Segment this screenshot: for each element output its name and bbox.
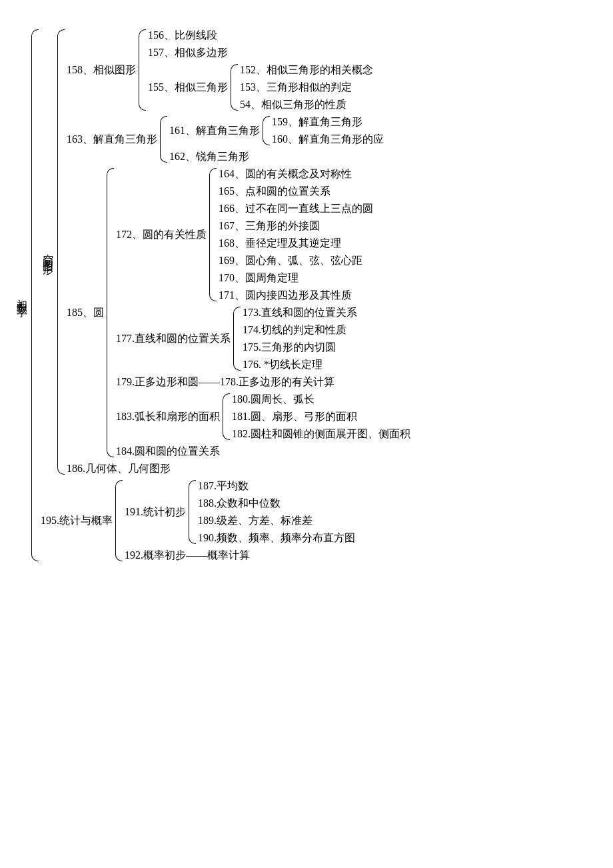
leaf-188: 188.众数和中位数 — [197, 495, 356, 512]
children-163: 161、解直角三角形 159、解直角三角形 160、解直角三角形的应 162、锐… — [160, 113, 385, 165]
children-161: 159、解直角三角形 160、解直角三角形的应 — [263, 113, 385, 148]
node-158: 158、相似图形 156、比例线段 157、相似多边形 155、相似三角形 15… — [65, 27, 412, 113]
leaf-192: 192.概率初步——概率计算 — [123, 547, 356, 564]
leaf-182: 182.圆柱和圆锥的侧面展开图、侧面积 — [231, 425, 412, 443]
space-children: 158、相似图形 156、比例线段 157、相似多边形 155、相似三角形 15… — [57, 27, 412, 477]
leaf-153: 153、三角形相似的判定 — [239, 79, 374, 96]
label-172: 172、圆的有关性质 — [115, 228, 208, 242]
label-195: 195.统计与概率 — [39, 514, 114, 528]
node-195: 195.统计与概率 191.统计初步 187.平均数 188.众数和中位数 18… — [39, 477, 412, 564]
leaf-175: 175.三角形的内切圆 — [241, 339, 358, 356]
leaf-164: 164、圆的有关概念及对称性 — [217, 165, 374, 183]
label-161: 161、解直角三角形 — [168, 124, 261, 138]
children-172: 164、圆的有关概念及对称性 165、点和圆的位置关系 166、过不在同一直线上… — [209, 165, 374, 304]
node-161: 161、解直角三角形 159、解直角三角形 160、解直角三角形的应 — [168, 113, 385, 148]
children-183: 180.圆周长、弧长 181.圆、扇形、弓形的面积 182.圆柱和圆锥的侧面展开… — [223, 391, 412, 443]
children-155: 152、相似三角形的相关概念 153、三角形相似的判定 54、相似三角形的性质 — [231, 61, 374, 113]
children-195: 191.统计初步 187.平均数 188.众数和中位数 189.级差、方差、标准… — [115, 477, 356, 564]
node-183: 183.弧长和扇形的面积 180.圆周长、弧长 181.圆、扇形、弓形的面积 1… — [115, 391, 412, 443]
leaf-174: 174.切线的判定和性质 — [241, 321, 358, 339]
leaf-180: 180.圆周长、弧长 — [231, 391, 412, 408]
label-183: 183.弧长和扇形的面积 — [115, 410, 221, 424]
node-172: 172、圆的有关性质 164、圆的有关概念及对称性 165、点和圆的位置关系 1… — [115, 165, 412, 304]
leaf-165: 165、点和圆的位置关系 — [217, 183, 374, 200]
leaf-159: 159、解直角三角形 — [271, 113, 385, 131]
leaf-152: 152、相似三角形的相关概念 — [239, 61, 374, 79]
node-space: 空间与图形 158、相似图形 156、比例线段 157、相似多边形 155、相似… — [39, 27, 412, 477]
node-185: 185、圆 172、圆的有关性质 164、圆的有关概念及对称性 165、点和圆的… — [65, 165, 412, 460]
node-177: 177.直线和圆的位置关系 173.直线和圆的位置关系 174.切线的判定和性质… — [115, 304, 412, 373]
leaf-186: 186.几何体、几何图形 — [65, 460, 412, 477]
leaf-160: 160、解直角三角形的应 — [271, 131, 385, 148]
label-space: 空间与图形 — [39, 245, 56, 259]
leaf-162: 162、锐角三角形 — [168, 148, 385, 165]
children-177: 173.直线和圆的位置关系 174.切线的判定和性质 175.三角形的内切圆 1… — [233, 304, 358, 373]
root-children: 空间与图形 158、相似图形 156、比例线段 157、相似多边形 155、相似… — [31, 27, 412, 564]
node-155: 155、相似三角形 152、相似三角形的相关概念 153、三角形相似的判定 54… — [147, 61, 374, 113]
leaf-181: 181.圆、扇形、弓形的面积 — [231, 408, 412, 425]
label-155: 155、相似三角形 — [147, 81, 229, 95]
root-label: 初中数学 — [13, 290, 30, 301]
leaf-189: 189.级差、方差、标准差 — [197, 512, 356, 529]
children-191: 187.平均数 188.众数和中位数 189.级差、方差、标准差 190.频数、… — [189, 477, 356, 547]
node-163: 163、解直角三角形 161、解直角三角形 159、解直角三角形 160、解直角… — [65, 113, 412, 165]
label-185: 185、圆 — [65, 306, 105, 320]
leaf-187: 187.平均数 — [197, 477, 356, 495]
label-191: 191.统计初步 — [123, 505, 187, 519]
leaf-176: 176. *切线长定理 — [241, 356, 358, 373]
leaf-168: 168、垂径定理及其逆定理 — [217, 235, 374, 252]
leaf-184: 184.圆和圆的位置关系 — [115, 443, 412, 460]
leaf-190: 190.频数、频率、频率分布直方图 — [197, 529, 356, 547]
leaf-157: 157、相似多边形 — [147, 44, 374, 61]
leaf-156: 156、比例线段 — [147, 27, 374, 44]
leaf-167: 167、三角形的外接圆 — [217, 217, 374, 235]
leaf-171: 171、圆内接四边形及其性质 — [217, 287, 374, 304]
leaf-179: 179.正多边形和圆——178.正多边形的有关计算 — [115, 373, 412, 391]
leaf-173: 173.直线和圆的位置关系 — [241, 304, 358, 321]
children-158: 156、比例线段 157、相似多边形 155、相似三角形 152、相似三角形的相… — [139, 27, 374, 113]
leaf-170: 170、圆周角定理 — [217, 269, 374, 287]
tree-root: 初中数学 空间与图形 158、相似图形 156、比例线段 157、相似多边形 1… — [13, 27, 600, 564]
node-191: 191.统计初步 187.平均数 188.众数和中位数 189.级差、方差、标准… — [123, 477, 356, 547]
children-185: 172、圆的有关性质 164、圆的有关概念及对称性 165、点和圆的位置关系 1… — [107, 165, 412, 460]
leaf-166: 166、过不在同一直线上三点的圆 — [217, 200, 374, 217]
label-177: 177.直线和圆的位置关系 — [115, 332, 232, 346]
leaf-54: 54、相似三角形的性质 — [239, 96, 374, 113]
label-158: 158、相似图形 — [65, 63, 137, 77]
label-163: 163、解直角三角形 — [65, 133, 159, 147]
leaf-169: 169、圆心角、弧、弦、弦心距 — [217, 252, 374, 269]
